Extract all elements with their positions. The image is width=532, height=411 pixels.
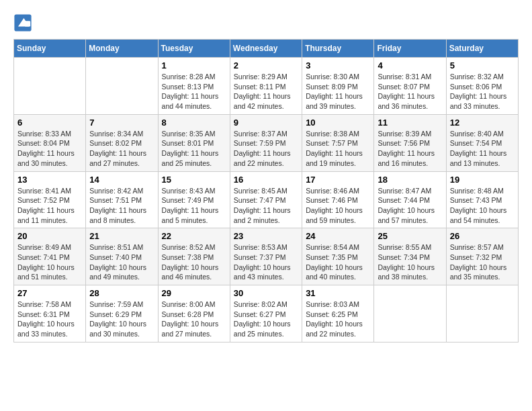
calendar-cell: 31Sunrise: 8:03 AM Sunset: 6:25 PM Dayli…	[302, 285, 374, 342]
calendar-cell: 2Sunrise: 8:29 AM Sunset: 8:11 PM Daylig…	[230, 58, 302, 115]
calendar-week-2: 6Sunrise: 8:33 AM Sunset: 8:04 PM Daylig…	[14, 114, 519, 171]
day-info: Sunrise: 8:55 AM Sunset: 7:34 PM Dayligh…	[378, 242, 442, 282]
day-number: 24	[306, 231, 370, 241]
day-number: 8	[162, 118, 226, 128]
calendar-cell	[374, 285, 446, 342]
calendar-cell: 25Sunrise: 8:55 AM Sunset: 7:34 PM Dayli…	[374, 228, 446, 285]
calendar-week-5: 27Sunrise: 7:58 AM Sunset: 6:31 PM Dayli…	[14, 285, 519, 342]
day-number: 17	[306, 175, 370, 185]
day-info: Sunrise: 8:51 AM Sunset: 7:40 PM Dayligh…	[89, 242, 154, 282]
day-number: 7	[89, 118, 154, 128]
day-number: 10	[306, 118, 370, 128]
day-info: Sunrise: 8:37 AM Sunset: 7:59 PM Dayligh…	[234, 129, 298, 169]
day-number: 30	[234, 288, 298, 298]
day-info: Sunrise: 8:46 AM Sunset: 7:46 PM Dayligh…	[306, 186, 370, 226]
day-number: 15	[162, 175, 226, 185]
calendar-cell: 12Sunrise: 8:40 AM Sunset: 7:54 PM Dayli…	[446, 114, 518, 171]
day-number: 3	[306, 60, 370, 71]
col-header-wednesday: Wednesday	[230, 40, 302, 58]
calendar-cell: 22Sunrise: 8:52 AM Sunset: 7:38 PM Dayli…	[158, 228, 230, 285]
col-header-sunday: Sunday	[14, 40, 86, 58]
day-number: 22	[162, 231, 226, 241]
day-number: 2	[234, 60, 298, 71]
day-info: Sunrise: 8:45 AM Sunset: 7:47 PM Dayligh…	[234, 186, 298, 226]
day-number: 9	[234, 118, 298, 128]
day-number: 11	[378, 118, 442, 128]
col-header-friday: Friday	[374, 40, 446, 58]
day-number: 4	[378, 60, 442, 71]
calendar-week-4: 20Sunrise: 8:49 AM Sunset: 7:41 PM Dayli…	[14, 228, 519, 285]
calendar-cell: 26Sunrise: 8:57 AM Sunset: 7:32 PM Dayli…	[446, 228, 518, 285]
day-number: 21	[89, 231, 154, 241]
day-info: Sunrise: 8:48 AM Sunset: 7:43 PM Dayligh…	[450, 186, 515, 226]
svg-rect-2	[25, 21, 30, 26]
day-info: Sunrise: 8:32 AM Sunset: 8:06 PM Dayligh…	[450, 72, 515, 111]
calendar-cell: 16Sunrise: 8:45 AM Sunset: 7:47 PM Dayli…	[230, 171, 302, 228]
calendar-cell	[86, 58, 158, 115]
day-number: 12	[450, 118, 515, 128]
day-number: 28	[89, 288, 154, 298]
calendar-week-3: 13Sunrise: 8:41 AM Sunset: 7:52 PM Dayli…	[14, 171, 519, 228]
col-header-saturday: Saturday	[446, 40, 518, 58]
calendar-cell: 23Sunrise: 8:53 AM Sunset: 7:37 PM Dayli…	[230, 228, 302, 285]
day-number: 14	[89, 175, 154, 185]
day-number: 23	[234, 231, 298, 241]
day-info: Sunrise: 8:00 AM Sunset: 6:28 PM Dayligh…	[162, 300, 226, 339]
logo	[13, 13, 35, 32]
calendar-cell: 4Sunrise: 8:31 AM Sunset: 8:07 PM Daylig…	[374, 58, 446, 115]
day-number: 26	[450, 231, 515, 241]
day-info: Sunrise: 8:43 AM Sunset: 7:49 PM Dayligh…	[162, 186, 226, 226]
day-number: 13	[17, 175, 82, 185]
calendar-cell: 1Sunrise: 8:28 AM Sunset: 8:13 PM Daylig…	[158, 58, 230, 115]
day-info: Sunrise: 8:28 AM Sunset: 8:13 PM Dayligh…	[162, 72, 226, 111]
calendar-cell: 21Sunrise: 8:51 AM Sunset: 7:40 PM Dayli…	[86, 228, 158, 285]
page-header	[13, 13, 519, 32]
calendar-cell: 6Sunrise: 8:33 AM Sunset: 8:04 PM Daylig…	[14, 114, 86, 171]
calendar-cell: 18Sunrise: 8:47 AM Sunset: 7:44 PM Dayli…	[374, 171, 446, 228]
day-number: 6	[17, 118, 82, 128]
calendar-cell: 19Sunrise: 8:48 AM Sunset: 7:43 PM Dayli…	[446, 171, 518, 228]
calendar-cell: 11Sunrise: 8:39 AM Sunset: 7:56 PM Dayli…	[374, 114, 446, 171]
day-info: Sunrise: 8:53 AM Sunset: 7:37 PM Dayligh…	[234, 242, 298, 282]
day-number: 29	[162, 288, 226, 298]
day-info: Sunrise: 8:03 AM Sunset: 6:25 PM Dayligh…	[306, 300, 370, 339]
calendar-cell	[14, 58, 86, 115]
calendar-cell: 9Sunrise: 8:37 AM Sunset: 7:59 PM Daylig…	[230, 114, 302, 171]
day-info: Sunrise: 8:38 AM Sunset: 7:57 PM Dayligh…	[306, 129, 370, 169]
day-info: Sunrise: 8:34 AM Sunset: 8:02 PM Dayligh…	[89, 129, 154, 169]
day-info: Sunrise: 8:52 AM Sunset: 7:38 PM Dayligh…	[162, 242, 226, 282]
day-info: Sunrise: 8:42 AM Sunset: 7:51 PM Dayligh…	[89, 186, 154, 226]
day-number: 27	[17, 288, 82, 298]
day-number: 16	[234, 175, 298, 185]
day-info: Sunrise: 8:40 AM Sunset: 7:54 PM Dayligh…	[450, 129, 515, 169]
logo-icon	[13, 13, 32, 32]
col-header-monday: Monday	[86, 40, 158, 58]
calendar-cell: 7Sunrise: 8:34 AM Sunset: 8:02 PM Daylig…	[86, 114, 158, 171]
col-header-thursday: Thursday	[302, 40, 374, 58]
calendar-header-row: SundayMondayTuesdayWednesdayThursdayFrid…	[14, 40, 519, 58]
day-info: Sunrise: 8:49 AM Sunset: 7:41 PM Dayligh…	[17, 242, 82, 282]
calendar-cell: 15Sunrise: 8:43 AM Sunset: 7:49 PM Dayli…	[158, 171, 230, 228]
day-info: Sunrise: 7:59 AM Sunset: 6:29 PM Dayligh…	[89, 300, 154, 339]
calendar-table: SundayMondayTuesdayWednesdayThursdayFrid…	[13, 39, 519, 342]
day-number: 31	[306, 288, 370, 298]
day-info: Sunrise: 8:57 AM Sunset: 7:32 PM Dayligh…	[450, 242, 515, 282]
calendar-week-1: 1Sunrise: 8:28 AM Sunset: 8:13 PM Daylig…	[14, 58, 519, 115]
day-number: 5	[450, 60, 515, 71]
col-header-tuesday: Tuesday	[158, 40, 230, 58]
calendar-cell: 30Sunrise: 8:02 AM Sunset: 6:27 PM Dayli…	[230, 285, 302, 342]
day-number: 19	[450, 175, 515, 185]
calendar-cell: 8Sunrise: 8:35 AM Sunset: 8:01 PM Daylig…	[158, 114, 230, 171]
calendar-cell: 28Sunrise: 7:59 AM Sunset: 6:29 PM Dayli…	[86, 285, 158, 342]
calendar-cell: 27Sunrise: 7:58 AM Sunset: 6:31 PM Dayli…	[14, 285, 86, 342]
calendar-cell: 13Sunrise: 8:41 AM Sunset: 7:52 PM Dayli…	[14, 171, 86, 228]
calendar-cell: 17Sunrise: 8:46 AM Sunset: 7:46 PM Dayli…	[302, 171, 374, 228]
day-info: Sunrise: 8:33 AM Sunset: 8:04 PM Dayligh…	[17, 129, 82, 169]
day-info: Sunrise: 8:35 AM Sunset: 8:01 PM Dayligh…	[162, 129, 226, 169]
day-info: Sunrise: 8:54 AM Sunset: 7:35 PM Dayligh…	[306, 242, 370, 282]
calendar-cell: 10Sunrise: 8:38 AM Sunset: 7:57 PM Dayli…	[302, 114, 374, 171]
day-info: Sunrise: 8:31 AM Sunset: 8:07 PM Dayligh…	[378, 72, 442, 111]
day-number: 1	[162, 60, 226, 71]
day-info: Sunrise: 7:58 AM Sunset: 6:31 PM Dayligh…	[17, 300, 82, 339]
day-number: 18	[378, 175, 442, 185]
